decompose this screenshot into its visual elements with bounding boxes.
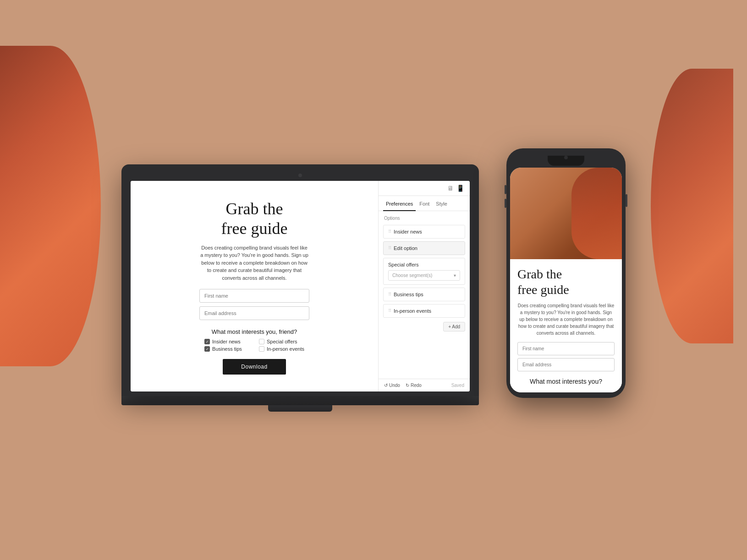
checkbox-business-tips-label: Business tips	[212, 346, 242, 352]
drag-dots-4: ⠿	[388, 308, 391, 313]
add-button[interactable]: + Add	[443, 322, 465, 332]
phone-subtitle: Does creating compelling brand visuals f…	[517, 302, 615, 337]
scene: Grab the free guide Does creating compel…	[121, 148, 626, 411]
option-inperson-events-label: In-person events	[394, 308, 431, 314]
checkbox-special-offers-label: Special offers	[267, 339, 297, 344]
preferences-tabs: Preferences Font Style	[379, 196, 470, 211]
view-icons-bar: 🖥 📱	[379, 181, 470, 196]
phone-notch	[548, 156, 584, 166]
laptop: Grab the free guide Does creating compel…	[121, 164, 479, 412]
laptop-screen: Grab the free guide Does creating compel…	[131, 181, 470, 391]
checkbox-insider-news-box[interactable]: ✓	[204, 339, 210, 344]
email-input[interactable]	[199, 306, 309, 320]
checkbox-special-offers[interactable]: Special offers	[259, 339, 304, 344]
first-name-input[interactable]	[199, 289, 309, 303]
tab-font[interactable]: Font	[417, 196, 432, 211]
checkbox-business-tips-box[interactable]: ✓	[204, 346, 210, 352]
chevron-down-icon: ▾	[454, 273, 456, 278]
undo-redo-controls: ↺ Undo ↻ Redo	[384, 383, 422, 388]
download-button[interactable]: Download	[223, 359, 286, 375]
phone-hero-image	[510, 168, 622, 259]
checkbox-special-offers-box[interactable]	[259, 339, 264, 344]
option-insider-news[interactable]: ⠿ Insider news	[383, 225, 465, 239]
phone-title: Grab the free guide	[517, 266, 615, 297]
form-subtitle: Does creating compelling brand visuals f…	[199, 244, 309, 282]
undo-label: Undo	[389, 383, 400, 388]
laptop-body: Grab the free guide Does creating compel…	[121, 164, 479, 396]
phone-first-name-input[interactable]	[517, 342, 615, 355]
volume-down-button	[505, 199, 506, 208]
option-business-tips[interactable]: ⠿ Business tips	[383, 288, 465, 301]
redo-label: Redo	[411, 383, 422, 388]
redo-icon: ↻	[406, 383, 409, 388]
segment-dropdown-placeholder: Choose segment(s)	[392, 273, 432, 278]
phone-email-input[interactable]	[517, 358, 615, 371]
checkbox-grid: ✓ Insider news Special offers ✓ Business…	[204, 339, 304, 352]
preferences-panel: 🖥 📱 Preferences Font Style Options ⠿ Ins…	[378, 181, 470, 391]
volume-up-button	[505, 185, 506, 194]
phone-content: Grab the free guide Does creating compel…	[510, 259, 622, 392]
checkbox-inperson-events-label: In-person events	[267, 346, 304, 352]
phone-question: What most interests you?	[517, 378, 615, 385]
side-buttons	[626, 194, 627, 207]
tab-preferences[interactable]: Preferences	[383, 196, 416, 211]
drag-dots-3: ⠿	[388, 292, 391, 297]
option-inperson-events[interactable]: ⠿ In-person events	[383, 304, 465, 318]
phone-body: Grab the free guide Does creating compel…	[506, 148, 626, 397]
undo-button[interactable]: ↺ Undo	[384, 383, 400, 388]
add-button-container: + Add	[383, 322, 465, 332]
checkbox-insider-news-label: Insider news	[212, 339, 241, 344]
form-title: Grab the free guide	[221, 199, 288, 239]
redo-button[interactable]: ↻ Redo	[406, 383, 422, 388]
phone-flower-decoration	[571, 168, 622, 259]
laptop-stand	[268, 405, 332, 412]
mobile-icon[interactable]: 📱	[456, 185, 464, 192]
option-edit-option-label: Edit option	[394, 245, 417, 251]
form-question: What most interests you, friend?	[212, 328, 297, 335]
option-insider-news-label: Insider news	[394, 229, 422, 234]
laptop-camera	[298, 174, 302, 177]
form-panel: Grab the free guide Does creating compel…	[131, 181, 378, 391]
option-edit-option[interactable]: ⠿ Edit option	[383, 241, 465, 255]
segment-dropdown[interactable]: Choose segment(s) ▾	[388, 270, 460, 281]
special-offers-label: Special offers	[388, 262, 460, 267]
bg-flower-right	[651, 69, 733, 343]
drag-dots-1: ⠿	[388, 229, 391, 234]
drag-dots-2: ⠿	[388, 245, 391, 250]
checkbox-business-tips[interactable]: ✓ Business tips	[204, 346, 250, 352]
checkbox-inperson-events[interactable]: In-person events	[259, 346, 304, 352]
option-business-tips-label: Business tips	[394, 292, 423, 297]
phone: Grab the free guide Does creating compel…	[506, 148, 626, 397]
options-label: Options	[379, 211, 470, 223]
pref-bottom-bar: ↺ Undo ↻ Redo Saved	[379, 379, 470, 391]
phone-camera	[564, 156, 568, 159]
desktop-icon[interactable]: 🖥	[447, 185, 454, 192]
power-button	[626, 194, 627, 207]
tab-style[interactable]: Style	[433, 196, 450, 211]
left-buttons	[505, 185, 506, 208]
special-offers-section: Special offers Choose segment(s) ▾	[383, 258, 465, 285]
laptop-base	[121, 396, 479, 405]
checkbox-insider-news[interactable]: ✓ Insider news	[204, 339, 250, 344]
phone-screen: Grab the free guide Does creating compel…	[510, 168, 622, 392]
bg-flower-left	[0, 46, 101, 366]
checkbox-inperson-events-box[interactable]	[259, 346, 264, 352]
saved-status: Saved	[451, 383, 464, 388]
undo-icon: ↺	[384, 383, 388, 388]
